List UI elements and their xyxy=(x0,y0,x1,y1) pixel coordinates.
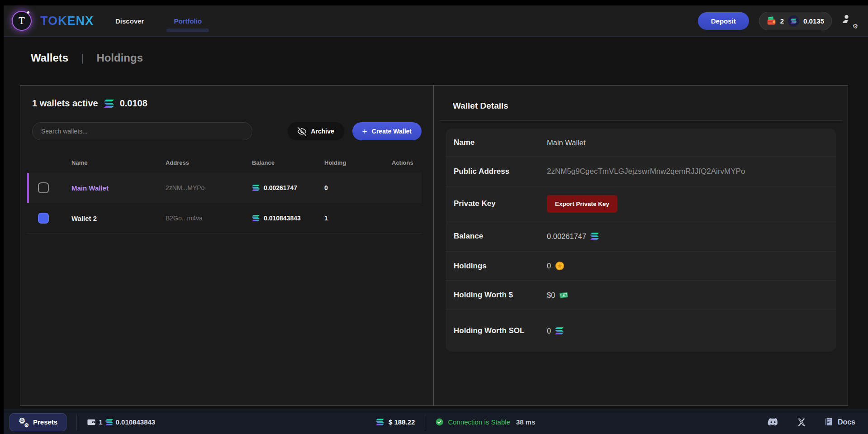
wallet-name[interactable]: Main Wallet xyxy=(60,184,156,192)
person-icon xyxy=(842,14,853,24)
column-header-name[interactable]: Name xyxy=(60,159,156,166)
wallet-address: B2Go...m4va xyxy=(156,215,242,222)
statusbar-center-group: $ 188.22 Connection is Stable 38 ms xyxy=(376,415,536,430)
archive-label: Archive xyxy=(311,128,334,135)
sol-price: $ 188.22 xyxy=(389,418,415,426)
statusbar-right-group: Docs xyxy=(767,417,855,428)
detail-row-holdings: Holdings 0 xyxy=(446,252,836,281)
detail-label-name: Name xyxy=(454,137,542,148)
nav-item-discover[interactable]: Discover xyxy=(115,13,144,29)
money-bill-icon xyxy=(559,291,569,300)
tab-wallets[interactable]: Wallets xyxy=(31,52,68,64)
solana-icon xyxy=(252,185,260,191)
top-nav-bar: T TOKENX Discover Portfolio Deposit 2 0.… xyxy=(4,5,868,37)
wallets-controls: Archive + Create Wallet xyxy=(32,122,422,140)
tokenx-logo-icon[interactable]: T xyxy=(12,11,32,31)
detail-row-holding-worth-usd: Holding Worth $ $0 xyxy=(446,281,836,310)
holding-worth-sol: 0 xyxy=(547,327,551,335)
wallet-checkbox-unchecked[interactable] xyxy=(38,182,49,193)
top-right-group: Deposit 2 0.0135 ⚙ xyxy=(698,12,857,30)
create-wallet-button[interactable]: + Create Wallet xyxy=(352,122,422,140)
header-wallet-count: 2 xyxy=(780,17,784,25)
status-bar: ⚙⚙ Presets 1 0.010843843 $ 188.22 Connec… xyxy=(4,410,868,434)
wallet-balance-cell: 0.00261747 xyxy=(242,184,314,191)
main-nav: Discover Portfolio xyxy=(115,13,202,29)
detail-value-public-address[interactable]: 2zNM5g9CgecTmVLGJejzswrMnw2qemRJJfQ2Airv… xyxy=(542,167,836,176)
connection-status-text: Connection is Stable xyxy=(448,418,510,426)
balance-amount: 0.00261747 xyxy=(547,232,586,241)
wallet-row-main-wallet[interactable]: Main Wallet 2zNM...MYPo 0.00261747 0 xyxy=(27,173,422,203)
solana-icon xyxy=(376,419,384,425)
statusbar-wallet-balance: 0.010843843 xyxy=(116,418,156,426)
column-header-holding[interactable]: Holding xyxy=(314,159,381,166)
export-private-key-button[interactable]: Export Private Key xyxy=(547,195,617,213)
holding-worth-usd: $0 xyxy=(547,291,555,300)
detail-value-name: Main Wallet xyxy=(542,138,836,147)
tab-holdings[interactable]: Holdings xyxy=(96,52,143,64)
wallet-row-wallet-2[interactable]: Wallet 2 B2Go...m4va 0.010843843 1 xyxy=(27,203,422,234)
wallets-table: Name Address Balance Holding Actions Mai… xyxy=(27,152,422,234)
wallet-name[interactable]: Wallet 2 xyxy=(60,215,156,222)
wallet-summary-pill[interactable]: 2 0.0135 xyxy=(759,12,832,30)
wallet-balance: 0.010843843 xyxy=(264,215,301,222)
latency-value: 38 ms xyxy=(516,418,536,426)
detail-row-private-key: Private Key Export Private Key xyxy=(446,186,836,221)
column-header-balance[interactable]: Balance xyxy=(242,159,314,166)
detail-value-private-key: Export Private Key xyxy=(542,195,836,213)
wallet-details-panel: Wallet Details Name Main Wallet Public A… xyxy=(434,86,848,405)
column-header-address[interactable]: Address xyxy=(156,159,242,166)
docs-book-icon xyxy=(824,417,834,427)
detail-row-holding-worth-sol: Holding Worth SOL 0 xyxy=(446,310,836,352)
presets-label: Presets xyxy=(33,418,57,426)
detail-label-private-key: Private Key xyxy=(454,198,542,210)
wallet-balance: 0.00261747 xyxy=(264,184,297,191)
search-input[interactable] xyxy=(32,122,252,140)
detail-value-holding-worth-usd: $0 xyxy=(542,291,836,300)
x-twitter-icon[interactable] xyxy=(797,418,806,427)
wallet-holding: 1 xyxy=(314,215,381,222)
discord-icon[interactable] xyxy=(767,417,779,428)
solana-icon xyxy=(104,100,114,108)
solana-icon xyxy=(252,215,260,221)
solana-icon xyxy=(105,419,113,425)
wallet-checkbox-checked[interactable] xyxy=(38,213,49,224)
wallet-balance-cell: 0.010843843 xyxy=(242,215,314,222)
column-header-actions: Actions xyxy=(381,159,422,166)
connection-status-group: Connection is Stable xyxy=(435,418,510,426)
wallets-active-header: 1 wallets active 0.0108 xyxy=(32,98,422,109)
details-divider xyxy=(439,120,842,121)
wallet-holding: 0 xyxy=(314,184,381,191)
detail-label-holding-worth-usd: Holding Worth $ xyxy=(454,289,542,301)
solana-icon xyxy=(590,233,599,240)
presets-button[interactable]: ⚙⚙ Presets xyxy=(9,413,66,431)
deposit-button[interactable]: Deposit xyxy=(698,12,749,30)
brand-name: TOKENX xyxy=(40,14,94,28)
plus-icon: + xyxy=(362,127,367,136)
logo-letter: T xyxy=(19,15,24,26)
docs-link[interactable]: Docs xyxy=(824,417,855,427)
detail-value-holding-worth-sol: 0 xyxy=(542,327,836,335)
detail-value-holdings: 0 xyxy=(542,261,836,271)
archive-button[interactable]: Archive xyxy=(288,122,344,140)
sol-price-group: $ 188.22 xyxy=(376,418,415,426)
statusbar-divider xyxy=(425,415,425,430)
user-settings-icon[interactable]: ⚙ xyxy=(842,14,857,28)
holdings-count: 0 xyxy=(547,262,551,270)
active-wallets-balance: 0.0108 xyxy=(120,98,147,109)
statusbar-wallet-count: 1 xyxy=(99,418,102,426)
wallet-outline-icon xyxy=(87,418,96,426)
detail-label-balance: Balance xyxy=(454,230,542,242)
statusbar-wallet-summary: 1 0.010843843 xyxy=(87,418,155,426)
detail-row-public-address: Public Address 2zNM5g9CgecTmVLGJejzswrMn… xyxy=(446,157,836,186)
gear-icon: ⚙ xyxy=(852,23,858,29)
wallet-address: 2zNM...MYPo xyxy=(156,184,242,191)
app-window: T TOKENX Discover Portfolio Deposit 2 0.… xyxy=(4,5,868,434)
solana-icon xyxy=(555,327,564,334)
nav-item-portfolio[interactable]: Portfolio xyxy=(174,13,202,29)
logo-dot xyxy=(27,11,29,14)
statusbar-divider xyxy=(76,415,77,430)
main-panels: 1 wallets active 0.0108 Archive + Create… xyxy=(20,85,848,406)
wallets-table-header: Name Address Balance Holding Actions xyxy=(27,152,422,173)
solana-badge-icon xyxy=(788,15,799,27)
tab-separator: | xyxy=(81,52,84,64)
